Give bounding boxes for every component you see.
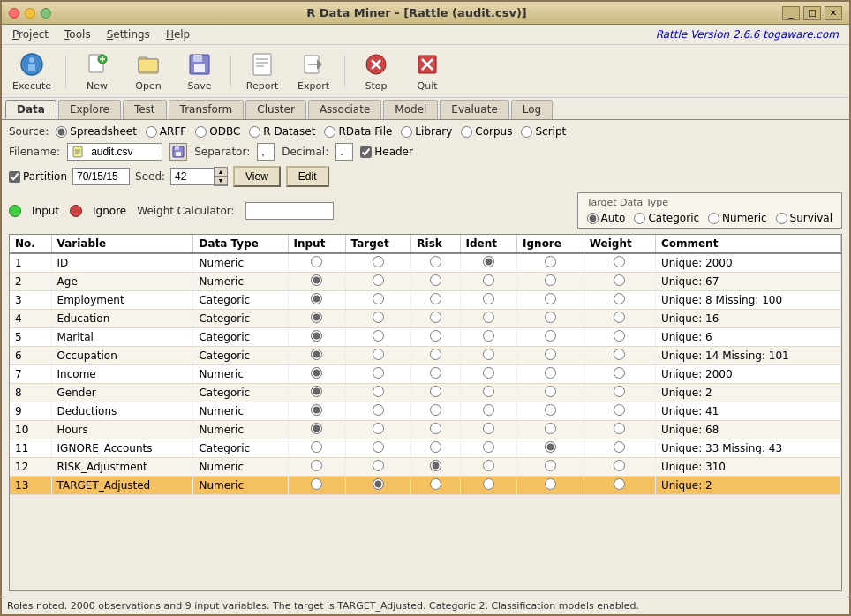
new-button[interactable]: New xyxy=(75,49,119,94)
edit-button[interactable]: Edit xyxy=(286,166,329,187)
cell-weight[interactable] xyxy=(584,253,655,273)
cell-input[interactable] xyxy=(288,347,345,365)
cell-ignore[interactable] xyxy=(517,402,584,421)
cell-input[interactable] xyxy=(288,458,345,477)
cell-ignore[interactable] xyxy=(517,310,584,328)
cell-risk[interactable] xyxy=(411,384,460,402)
cell-ident[interactable] xyxy=(460,253,517,273)
cell-ident[interactable] xyxy=(460,421,517,439)
cell-target[interactable] xyxy=(345,347,411,365)
cell-ident[interactable] xyxy=(460,458,517,477)
cell-risk[interactable] xyxy=(411,347,460,365)
header-checkbox[interactable] xyxy=(360,146,372,158)
tab-data[interactable]: Data xyxy=(5,100,56,119)
close-btn[interactable] xyxy=(9,8,19,19)
cell-target[interactable] xyxy=(345,365,411,384)
tab-explore[interactable]: Explore xyxy=(58,100,121,119)
cell-weight[interactable] xyxy=(584,477,655,495)
target-survival[interactable]: Survival xyxy=(776,212,832,224)
stop-button[interactable]: Stop xyxy=(354,49,398,94)
source-corpus[interactable]: Corpus xyxy=(461,125,512,138)
cell-target[interactable] xyxy=(345,477,411,495)
cell-input[interactable] xyxy=(288,477,345,495)
cell-ignore[interactable] xyxy=(517,458,584,477)
cell-target[interactable] xyxy=(345,328,411,347)
cell-weight[interactable] xyxy=(584,421,655,439)
cell-target[interactable] xyxy=(345,439,411,458)
cell-input[interactable] xyxy=(288,384,345,402)
tab-test[interactable]: Test xyxy=(123,100,167,119)
cell-ident[interactable] xyxy=(460,310,517,328)
cell-risk[interactable] xyxy=(411,458,460,477)
cell-weight[interactable] xyxy=(584,384,655,402)
cell-weight[interactable] xyxy=(584,458,655,477)
seed-up-btn[interactable]: ▲ xyxy=(215,168,227,177)
cell-weight[interactable] xyxy=(584,291,655,310)
tab-model[interactable]: Model xyxy=(383,100,438,119)
report-button[interactable]: Report xyxy=(240,49,284,94)
header-checkbox-label[interactable]: Header xyxy=(360,146,413,158)
cell-ident[interactable] xyxy=(460,439,517,458)
cell-ignore[interactable] xyxy=(517,384,584,402)
partition-checkbox[interactable] xyxy=(9,171,20,183)
cell-ignore[interactable] xyxy=(517,421,584,439)
cell-target[interactable] xyxy=(345,273,411,291)
cell-risk[interactable] xyxy=(411,310,460,328)
filename-input[interactable] xyxy=(87,144,158,160)
seed-input[interactable] xyxy=(170,168,215,185)
tab-log[interactable]: Log xyxy=(511,100,553,119)
cell-ident[interactable] xyxy=(460,273,517,291)
source-library[interactable]: Library xyxy=(401,125,452,138)
cell-ignore[interactable] xyxy=(517,328,584,347)
cell-ident[interactable] xyxy=(460,384,517,402)
cell-risk[interactable] xyxy=(411,402,460,421)
seed-down-btn[interactable]: ▼ xyxy=(215,177,227,185)
open-button[interactable]: Open xyxy=(126,49,170,94)
cell-input[interactable] xyxy=(288,253,345,273)
cell-input[interactable] xyxy=(288,291,345,310)
cell-ident[interactable] xyxy=(460,402,517,421)
minimize-btn[interactable] xyxy=(25,8,35,19)
cell-risk[interactable] xyxy=(411,328,460,347)
partition-checkbox-label[interactable]: Partition xyxy=(9,170,67,183)
cell-target[interactable] xyxy=(345,384,411,402)
cell-risk[interactable] xyxy=(411,253,460,273)
cell-weight[interactable] xyxy=(584,273,655,291)
win-minimize[interactable]: _ xyxy=(782,6,800,20)
view-button[interactable]: View xyxy=(233,166,281,187)
cell-risk[interactable] xyxy=(411,291,460,310)
decimal-input[interactable] xyxy=(335,143,353,161)
tab-associate[interactable]: Associate xyxy=(308,100,381,119)
cell-target[interactable] xyxy=(345,310,411,328)
target-categoric[interactable]: Categoric xyxy=(634,212,699,224)
target-auto[interactable]: Auto xyxy=(587,212,626,224)
source-odbc[interactable]: ODBC xyxy=(195,125,240,138)
source-rdataset[interactable]: R Dataset xyxy=(249,125,315,138)
cell-ident[interactable] xyxy=(460,365,517,384)
cell-ident[interactable] xyxy=(460,477,517,495)
source-script[interactable]: Script xyxy=(521,125,566,138)
cell-input[interactable] xyxy=(288,328,345,347)
menu-tools[interactable]: Tools xyxy=(57,26,98,42)
cell-ignore[interactable] xyxy=(517,439,584,458)
cell-target[interactable] xyxy=(345,421,411,439)
quit-button[interactable]: Quit xyxy=(405,49,449,94)
cell-ignore[interactable] xyxy=(517,291,584,310)
cell-ignore[interactable] xyxy=(517,347,584,365)
separator-input[interactable] xyxy=(257,143,275,161)
cell-input[interactable] xyxy=(288,273,345,291)
tab-transform[interactable]: Transform xyxy=(169,100,245,119)
cell-input[interactable] xyxy=(288,439,345,458)
cell-target[interactable] xyxy=(345,402,411,421)
partition-value-input[interactable] xyxy=(72,168,130,185)
cell-ident[interactable] xyxy=(460,347,517,365)
target-numeric[interactable]: Numeric xyxy=(708,212,767,224)
source-spreadsheet[interactable]: Spreadsheet xyxy=(56,125,137,138)
cell-risk[interactable] xyxy=(411,421,460,439)
cell-ident[interactable] xyxy=(460,328,517,347)
win-close[interactable]: ✕ xyxy=(825,6,842,20)
cell-input[interactable] xyxy=(288,365,345,384)
cell-input[interactable] xyxy=(288,402,345,421)
weight-calculator-input[interactable] xyxy=(245,202,334,220)
cell-ident[interactable] xyxy=(460,291,517,310)
